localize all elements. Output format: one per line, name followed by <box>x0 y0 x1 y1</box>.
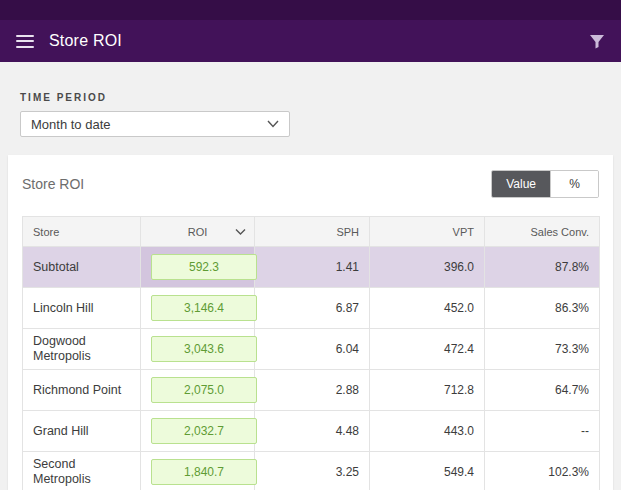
roi-cell: 1,840.7 <box>141 452 255 490</box>
column-header-sales-conv[interactable]: Sales Conv. <box>485 217 600 247</box>
time-period-label: TIME PERIOD <box>20 92 601 103</box>
sales-conv-cell: -- <box>485 411 600 452</box>
toggle-option-value[interactable]: Value <box>492 171 550 197</box>
roi-value-pill: 1,840.7 <box>151 459 257 485</box>
sph-cell: 3.25 <box>255 452 370 490</box>
vpt-cell: 549.4 <box>370 452 485 490</box>
hamburger-menu-icon[interactable] <box>16 35 34 48</box>
sales-conv-cell: 87.8% <box>485 247 600 288</box>
value-percent-toggle: Value % <box>491 170 599 198</box>
sph-cell: 2.88 <box>255 370 370 411</box>
toggle-option-percent[interactable]: % <box>550 171 598 197</box>
column-header-sph[interactable]: SPH <box>255 217 370 247</box>
store-roi-table: Store ROI SPH VPT Sales Conv. Subtotal 5… <box>22 216 600 490</box>
sph-cell: 6.87 <box>255 288 370 329</box>
sales-conv-cell: 102.3% <box>485 452 600 490</box>
table-row[interactable]: Second Metropolis 1,840.7 3.25 549.4 102… <box>23 452 600 490</box>
sph-cell: 6.04 <box>255 329 370 370</box>
roi-cell: 2,032.7 <box>141 411 255 452</box>
column-header-vpt[interactable]: VPT <box>370 217 485 247</box>
roi-value-pill: 2,075.0 <box>151 377 257 403</box>
store-cell: Lincoln Hill <box>23 288 141 329</box>
roi-cell: 2,075.0 <box>141 370 255 411</box>
store-cell: Dogwood Metropolis <box>23 329 141 370</box>
sales-conv-cell: 64.7% <box>485 370 600 411</box>
sort-chevron-down-icon[interactable] <box>235 228 246 235</box>
app-header: Store ROI <box>0 20 621 62</box>
roi-value-pill: 3,146.4 <box>151 295 257 321</box>
vpt-cell: 472.4 <box>370 329 485 370</box>
store-cell: Richmond Point <box>23 370 141 411</box>
sph-cell: 1.41 <box>255 247 370 288</box>
sales-conv-cell: 73.3% <box>485 329 600 370</box>
status-strip <box>0 0 621 20</box>
store-cell: Grand Hill <box>23 411 141 452</box>
roi-value-pill: 3,043.6 <box>151 336 257 362</box>
column-header-roi[interactable]: ROI <box>141 217 255 247</box>
roi-cell: 3,146.4 <box>141 288 255 329</box>
vpt-cell: 396.0 <box>370 247 485 288</box>
vpt-cell: 443.0 <box>370 411 485 452</box>
column-header-roi-label: ROI <box>188 226 208 238</box>
card-title: Store ROI <box>22 176 84 192</box>
roi-cell: 592.3 <box>141 247 255 288</box>
store-cell: Subtotal <box>23 247 141 288</box>
filter-funnel-icon[interactable] <box>589 34 605 49</box>
card-header: Store ROI Value % <box>8 155 613 211</box>
sales-conv-cell: 86.3% <box>485 288 600 329</box>
column-header-store[interactable]: Store <box>23 217 141 247</box>
roi-value-pill: 2,032.7 <box>151 418 257 444</box>
table-row[interactable]: Richmond Point 2,075.0 2.88 712.8 64.7% <box>23 370 600 411</box>
time-period-value: Month to date <box>31 117 111 132</box>
table-row[interactable]: Dogwood Metropolis 3,043.6 6.04 472.4 73… <box>23 329 600 370</box>
roi-value-pill: 592.3 <box>151 254 257 280</box>
roi-cell: 3,043.6 <box>141 329 255 370</box>
store-roi-card: Store ROI Value % Store ROI SPH VPT Sale… <box>8 155 613 490</box>
sph-cell: 4.48 <box>255 411 370 452</box>
table-row[interactable]: Subtotal 592.3 1.41 396.0 87.8% <box>23 247 600 288</box>
vpt-cell: 452.0 <box>370 288 485 329</box>
vpt-cell: 712.8 <box>370 370 485 411</box>
table-row[interactable]: Lincoln Hill 3,146.4 6.87 452.0 86.3% <box>23 288 600 329</box>
filters-section: TIME PERIOD Month to date <box>0 62 621 137</box>
store-cell: Second Metropolis <box>23 452 141 490</box>
chevron-down-icon <box>267 120 279 128</box>
page-title: Store ROI <box>49 32 122 50</box>
time-period-select[interactable]: Month to date <box>20 111 290 137</box>
table-body: Subtotal 592.3 1.41 396.0 87.8% Lincoln … <box>23 247 600 490</box>
table-header-row: Store ROI SPH VPT Sales Conv. <box>23 217 600 247</box>
table-row[interactable]: Grand Hill 2,032.7 4.48 443.0 -- <box>23 411 600 452</box>
